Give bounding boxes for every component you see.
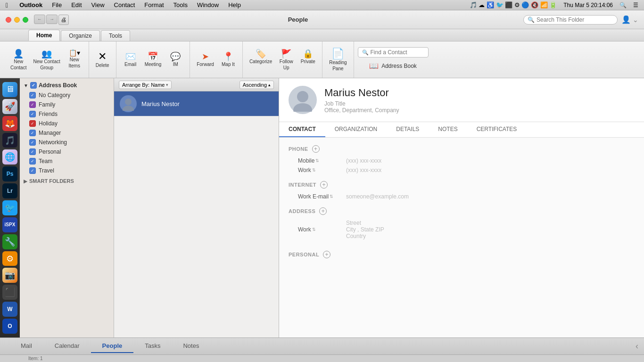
tab-organize[interactable]: Organize <box>61 30 100 41</box>
dock-icon-launchpad[interactable]: 🚀 <box>2 99 17 114</box>
categorize-label: Categorize <box>249 59 272 64</box>
travel-checkbox[interactable]: ✓ <box>29 167 36 174</box>
dock-icon-photoshop[interactable]: Ps <box>2 166 17 181</box>
print-button[interactable]: 🖨 <box>58 15 69 25</box>
menu-format[interactable]: Format <box>142 1 165 9</box>
address-book-section[interactable]: ▼ ✓ Address Book <box>20 80 114 90</box>
address-book-button[interactable]: 📖 Address Book <box>365 59 421 72</box>
find-contact-box[interactable]: 🔍 <box>358 47 429 58</box>
sidebar-item-friends[interactable]: ✓ Friends <box>20 109 114 119</box>
menu-tools[interactable]: Tools <box>172 1 190 9</box>
menu-icon[interactable]: ☰ <box>631 1 640 9</box>
collapse-icon[interactable]: ‹ <box>636 341 638 351</box>
dock-icon-app5[interactable]: 🌐 <box>2 149 17 165</box>
sidebar-item-networking[interactable]: ✓ Networking <box>20 138 114 147</box>
nav-people[interactable]: People <box>91 339 134 353</box>
menu-contact[interactable]: Contact <box>112 1 137 9</box>
find-contact-input[interactable] <box>371 49 424 56</box>
toolbar-search[interactable]: 🔍 <box>523 15 618 25</box>
follow-up-button[interactable]: 🚩 Follow Up <box>276 48 297 72</box>
manager-checkbox[interactable]: ✓ <box>29 130 36 136</box>
no-category-checkbox[interactable]: ✓ <box>29 92 36 99</box>
dock-icon-word[interactable]: W <box>2 302 17 317</box>
account-icon[interactable]: 👤 <box>621 15 631 24</box>
minimize-button[interactable] <box>14 17 20 23</box>
dock-icon-vm[interactable]: ⬛ <box>2 285 17 300</box>
sort-order-dropdown[interactable]: Ascending ▴ <box>239 81 274 89</box>
sidebar-item-family[interactable]: ✓ Family <box>20 100 114 109</box>
forward-button[interactable]: ➤ Forward <box>194 51 217 68</box>
dock-icon-twitter[interactable]: 🐦 <box>2 200 17 215</box>
nav-notes[interactable]: Notes <box>172 339 210 353</box>
sidebar-item-personal[interactable]: ✓ Personal <box>20 147 114 156</box>
tab-notes[interactable]: NOTES <box>429 122 467 137</box>
delete-button[interactable]: ✕ Delete <box>93 49 112 70</box>
tab-tools[interactable]: Tools <box>101 30 130 41</box>
meeting-button[interactable]: 📅 Meeting <box>142 51 165 68</box>
menu-window[interactable]: Window <box>195 1 221 9</box>
reading-pane-button[interactable]: 📄 Reading Pane <box>326 47 349 73</box>
search-input[interactable] <box>537 16 613 23</box>
im-button[interactable]: 💬 IM <box>165 51 186 68</box>
nav-calendar[interactable]: Calendar <box>43 339 91 353</box>
family-checkbox[interactable]: ✓ <box>29 101 36 108</box>
email-button[interactable]: ✉️ Email <box>120 51 141 68</box>
search-icon[interactable]: 🔍 <box>618 1 628 9</box>
new-contact-group-button[interactable]: 👥 New Contact Group <box>30 48 63 72</box>
sidebar-item-manager[interactable]: ✓ Manager <box>20 128 114 138</box>
networking-checkbox[interactable]: ✓ <box>29 139 36 146</box>
dock-icon-app11[interactable]: ⚙ <box>2 251 17 266</box>
sidebar-item-no-category[interactable]: ✓ No Category <box>20 90 114 100</box>
new-contact-group-icon: 👥 <box>41 49 52 58</box>
sidebar-item-holiday[interactable]: ✓ Holiday <box>20 119 114 128</box>
sidebar-item-team[interactable]: ✓ Team <box>20 156 114 166</box>
dock-icon-finder[interactable]: 🖥 <box>2 82 17 97</box>
personal-add-button[interactable]: + <box>323 251 330 258</box>
dock-icon-photos[interactable]: 📷 <box>2 268 17 283</box>
holiday-checkbox[interactable]: ✓ <box>29 120 36 127</box>
maximize-button[interactable] <box>23 17 28 23</box>
team-checkbox[interactable]: ✓ <box>29 158 36 165</box>
dock-icon-app10[interactable]: 🔧 <box>2 234 17 249</box>
address-add-button[interactable]: + <box>319 207 327 215</box>
friends-checkbox[interactable]: ✓ <box>29 111 36 117</box>
smart-folders-header[interactable]: ▶ SMART FOLDERS <box>20 175 114 185</box>
menu-edit[interactable]: Edit <box>69 1 83 9</box>
arrange-dropdown[interactable]: Arrange By: Name ▾ <box>119 81 172 89</box>
internet-add-button[interactable]: + <box>320 181 328 189</box>
new-contact-button[interactable]: 👤 New Contact <box>8 48 29 72</box>
map-it-button[interactable]: 📍 Map It <box>218 51 239 68</box>
personal-checkbox[interactable]: ✓ <box>29 148 36 155</box>
forward-button[interactable]: → <box>46 15 58 24</box>
contact-item-marius[interactable]: Marius Nestor <box>114 91 279 116</box>
tab-organization[interactable]: ORGANIZATION <box>325 122 387 137</box>
phone-add-button[interactable]: + <box>312 145 320 153</box>
email-icon: ✉️ <box>125 52 136 61</box>
address-book-label: Address Book <box>381 63 417 69</box>
menu-outlook[interactable]: Outlook <box>17 1 44 9</box>
tab-contact[interactable]: CONTACT <box>279 122 325 137</box>
menu-view[interactable]: View <box>90 1 107 9</box>
menu-help[interactable]: Help <box>226 1 243 9</box>
dock-icon-app3[interactable]: 🦊 <box>2 116 17 131</box>
dock-icon-lr[interactable]: Lr <box>2 183 17 198</box>
tab-home[interactable]: Home <box>28 30 60 41</box>
tab-details[interactable]: DETAILS <box>387 122 429 137</box>
tab-certificates[interactable]: CERTIFICATES <box>467 122 527 137</box>
sidebar-item-travel[interactable]: ✓ Travel <box>20 166 114 175</box>
back-button[interactable]: ← <box>34 15 45 24</box>
apple-menu[interactable]:  <box>4 1 10 9</box>
dock: 🖥 🚀 🦊 🎵 🌐 Ps Lr 🐦 iSPX 🔧 ⚙ 📷 ⬛ W O <box>0 78 20 337</box>
section-checkbox[interactable]: ✓ <box>30 82 37 89</box>
dock-icon-outlook[interactable]: O <box>2 319 17 334</box>
dock-icon-app4[interactable]: 🎵 <box>2 133 17 148</box>
private-button[interactable]: 🔒 Private <box>297 48 318 72</box>
close-button[interactable] <box>6 17 11 23</box>
menu-file[interactable]: File <box>50 1 64 9</box>
dock-icon-ispx[interactable]: iSPX <box>2 217 17 232</box>
new-items-button[interactable]: 📋▾ New Items <box>64 48 85 72</box>
nav-tasks[interactable]: Tasks <box>133 339 172 353</box>
categorize-button[interactable]: 🏷️ Categorize <box>247 48 275 72</box>
nav-mail[interactable]: Mail <box>9 339 43 353</box>
chevron-up-icon[interactable]: ⌄ <box>633 16 638 24</box>
